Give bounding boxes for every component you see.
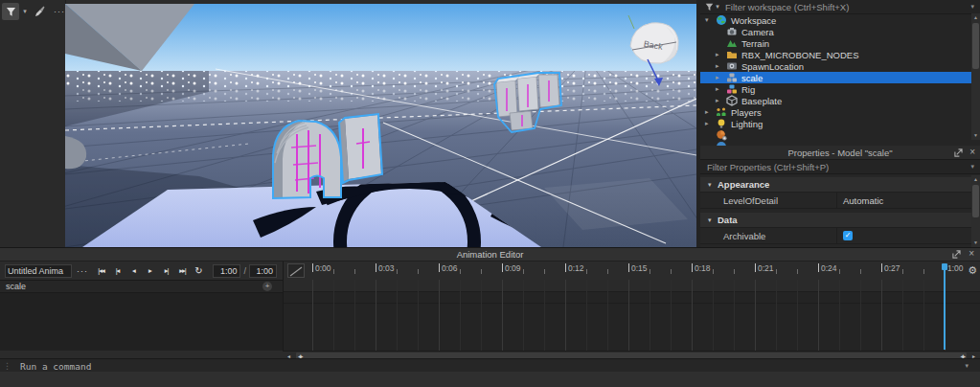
dock-toolbar: ▾ ··· [2,3,65,20]
time-separator: / [243,266,246,276]
viewport-3d[interactable]: Back [65,4,696,247]
archivable-checkbox[interactable]: ✓ [843,231,853,240]
timeline-area[interactable]: 0:000:030:060:090:120:150:180:210:240:27… [284,262,980,351]
properties-panel: Properties - Model "scale" × Filter Prop… [700,146,980,247]
collapse-arrow-icon[interactable]: ▾ [708,181,718,189]
expand-arrow-icon[interactable]: ▸ [716,62,726,70]
explorer-item-terrain[interactable]: Terrain [700,37,980,49]
explorer-item-players[interactable]: ▸ Players [700,106,980,118]
workspace-globe-icon [716,14,727,26]
expand-arrow-icon[interactable]: ▸ [716,97,726,104]
next-keyframe-button[interactable]: ▸| [158,266,174,275]
explorer-item-label: Workspace [731,15,776,26]
property-label: LevelOfDetail [700,195,836,206]
expand-arrow-icon[interactable]: ▸ [716,51,726,58]
brush-tool-button[interactable] [31,3,48,20]
play-reverse-button[interactable]: ◂ [125,266,142,275]
left-dock-strip: ▾ ··· [0,0,66,247]
collapse-arrow-icon[interactable]: ▾ [708,216,718,224]
scroll-down-icon[interactable]: ▼ [971,239,980,247]
timeline-ruler[interactable]: 0:000:030:060:090:120:150:180:210:240:27… [284,262,980,281]
expand-arrow-icon[interactable]: ▸ [716,85,726,93]
expand-arrow-icon[interactable]: ▸ [705,108,716,116]
lightbulb-icon [716,118,727,129]
section-label: Appearance [718,179,769,190]
timeline-settings-gear-icon[interactable]: ⚙ [968,264,977,277]
animation-editor-title-bar: Animation Editor × [0,248,980,262]
chevron-down-icon[interactable]: ▾ [970,3,974,11]
section-data[interactable]: ▾ Data [700,213,980,228]
animation-track-panel: Untitled Anima ··· |◂◂ |◂ ◂ ▸ ▸| ▸▸| ↻ 1… [0,262,283,351]
explorer-item-scale[interactable]: ▸ scale [700,72,980,83]
explorer-item-label: Terrain [741,38,769,49]
properties-filter-placeholder: Filter Properties (Ctrl+Shift+P) [707,162,829,172]
explorer-item-label: RBX_MICROBONE_NODES [741,50,858,60]
brush-icon [34,6,45,17]
scroll-thumb[interactable] [972,185,979,217]
filter-tool-button[interactable] [2,3,19,20]
status-bar [0,372,980,387]
explorer-item-spawnlocation[interactable]: ▸ SpawnLocation [700,60,980,72]
track-row-scale[interactable]: scale + [0,281,283,293]
popout-icon[interactable] [952,250,961,259]
loop-toggle-button[interactable]: ↻ [191,265,207,276]
explorer-scrollbar[interactable]: ▲ ▼ [971,13,980,140]
expand-arrow-icon[interactable]: ▾ [705,16,716,24]
explorer-item-camera[interactable]: Camera [700,26,980,37]
animation-name-field[interactable]: Untitled Anima [5,264,72,278]
playhead-line[interactable] [944,264,946,350]
terrain-icon [726,37,738,49]
explorer-item-label: scale [741,73,763,83]
explorer-item-rig[interactable]: ▸ Rig [700,83,980,95]
explorer-item-lighting[interactable]: ▸ Lighting [700,118,980,129]
property-row-archivable: Archivable ✓ [700,228,980,244]
scroll-up-icon[interactable]: ▲ [971,175,980,184]
chevron-down-icon[interactable]: ▾ [965,362,969,370]
camera-icon [726,26,738,37]
filter-caret-icon[interactable]: ▾ [714,3,721,11]
previous-keyframe-button[interactable]: |◂ [109,266,125,275]
track-label: scale [6,282,26,291]
explorer-item-label: Rig [741,84,755,95]
dock-overflow-button[interactable]: ··· [54,7,65,16]
add-track-button[interactable]: + [262,282,272,291]
property-label: Archivable [700,231,836,241]
material-icon [716,129,727,141]
chevron-down-icon[interactable]: ▾ [970,163,974,171]
spawn-icon [726,60,738,72]
drag-handle-icon[interactable]: ⋮ [3,361,11,371]
property-value-dropdown[interactable]: Automatic [836,193,980,208]
section-appearance[interactable]: ▾ Appearance [700,177,980,193]
explorer-item-baseplate[interactable]: ▸ Baseplate [700,95,980,106]
expand-arrow-icon[interactable]: ▸ [716,74,726,81]
skip-to-end-button[interactable]: ▸▸| [174,266,191,275]
command-bar[interactable]: ⋮ Run a command ▾ [0,358,980,373]
popout-icon[interactable] [954,148,963,157]
folder-icon [726,49,738,60]
total-time-field[interactable]: 1:00 [249,264,277,278]
model-icon [726,72,738,83]
filter-dropdown-caret[interactable]: ▾ [21,8,29,15]
expand-arrow-icon[interactable]: ▸ [705,120,716,127]
properties-filter-bar[interactable]: Filter Properties (Ctrl+Shift+P) ▾ [700,160,980,174]
animation-menu-button[interactable]: ··· [77,266,88,276]
explorer-filter-bar[interactable]: ▾ Filter workspace (Ctrl+Shift+X) ▾ [700,0,980,14]
skip-to-start-button[interactable]: |◂◂ [93,266,109,275]
timeline-grid[interactable] [284,280,980,351]
close-icon[interactable]: × [969,249,974,259]
explorer-tree: ▾ Workspace Camera Terrain ▸ RBX_MICROBO… [700,14,980,146]
explorer-item-workspace[interactable]: ▾ Workspace [700,14,980,26]
scroll-thumb[interactable] [972,23,979,69]
explorer-item-materialservice[interactable] [700,129,980,141]
current-time-field[interactable]: 1:00 [213,264,240,278]
play-button[interactable]: ▸ [142,266,158,275]
explorer-item-rbx-microbone-nodes[interactable]: ▸ RBX_MICROBONE_NODES [700,49,980,60]
scroll-down-icon[interactable]: ▼ [971,131,980,140]
scroll-up-icon[interactable]: ▲ [971,13,980,22]
curve-editor-toggle[interactable] [287,263,305,278]
close-icon[interactable]: × [969,148,975,157]
lane-divider [284,303,980,304]
lane-divider [284,291,980,292]
explorer-item-label: SpawnLocation [741,61,804,72]
properties-scrollbar[interactable]: ▲ ▼ [971,175,980,247]
